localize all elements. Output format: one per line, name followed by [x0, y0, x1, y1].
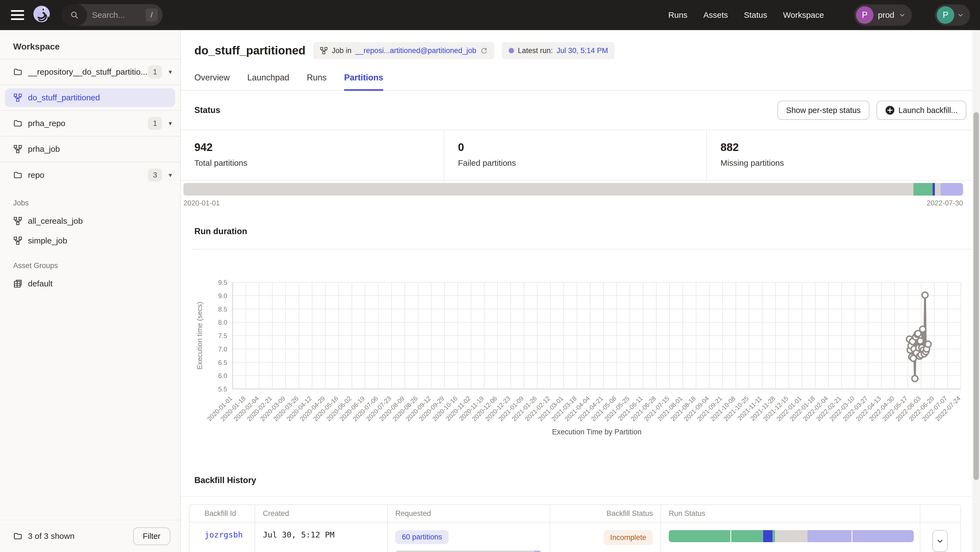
scrollbar-thumb[interactable] — [974, 112, 979, 480]
col-actions — [920, 505, 960, 522]
nav-runs[interactable]: Runs — [668, 10, 687, 20]
sidebar-item-label: __repository__do_stuff_partitio... — [28, 67, 147, 76]
sidebar-item-label: prha_job — [28, 144, 60, 154]
sidebar-item-repository[interactable]: __repository__do_stuff_partitio... 1 ▾ — [0, 59, 180, 85]
asset-groups-section-label: Asset Groups — [0, 251, 180, 274]
partition-status-bar[interactable] — [183, 183, 963, 195]
job-icon — [13, 144, 22, 154]
refresh-icon[interactable] — [480, 47, 488, 54]
shown-count: 3 of 3 shown — [28, 531, 75, 541]
plus-circle-icon — [885, 106, 894, 115]
nav-assets[interactable]: Assets — [703, 10, 728, 20]
svg-text:8.0: 8.0 — [218, 319, 227, 326]
status-heading: Status — [194, 105, 220, 115]
stat-value: 0 — [458, 141, 706, 154]
partition-end-date: 2022-07-30 — [927, 199, 963, 207]
job-tag-prefix: Job in — [332, 46, 352, 55]
table-header-row: Backfill Id Created Requested Backfill S… — [189, 505, 960, 522]
status-section-header: Status Show per-step status Launch backf… — [181, 91, 980, 120]
tab-launchpad[interactable]: Launchpad — [247, 73, 289, 91]
backfill-history-heading: Backfill History — [194, 476, 980, 485]
col-requested: Requested — [388, 505, 550, 522]
sidebar-item-label: prha_repo — [28, 119, 65, 128]
page-header: do_stuff_partitioned Job in __reposi...a… — [181, 30, 980, 59]
row-actions-cell — [920, 522, 960, 552]
nav-status[interactable]: Status — [744, 10, 767, 20]
svg-text:7.5: 7.5 — [218, 332, 227, 339]
stat-label: Total partitions — [194, 159, 444, 168]
caret-down-icon[interactable]: ▾ — [169, 171, 172, 179]
expand-row-button[interactable] — [932, 530, 948, 552]
svg-text:6.0: 6.0 — [218, 372, 227, 379]
col-backfill-status: Backfill Status — [550, 505, 661, 522]
latest-run-tag: Latest run: Jul 30, 5:14 PM — [502, 42, 614, 59]
stat-total-partitions: 942 Total partitions — [181, 130, 444, 180]
job-icon — [13, 216, 22, 226]
sidebar-item-prha-repo[interactable]: prha_repo 1 ▾ — [0, 111, 180, 136]
launch-backfill-button[interactable]: Launch backfill... — [877, 101, 966, 120]
item-count-badge: 1 — [148, 65, 162, 79]
deployment-switcher[interactable]: P prod — [854, 5, 912, 26]
tab-partitions[interactable]: Partitions — [344, 73, 383, 91]
workspace-sidebar: Workspace __repository__do_stuff_partiti… — [0, 30, 181, 552]
backfill-id-link[interactable]: jozrgsbh — [189, 522, 255, 552]
run-duration-chart-container: 5.56.06.57.07.58.08.59.09.52020-01-01202… — [186, 249, 980, 458]
nav-workspace[interactable]: Workspace — [783, 10, 824, 20]
partition-stats: 942 Total partitions 0 Failed partitions… — [181, 130, 980, 181]
stat-missing-partitions: 882 Missing partitions — [707, 130, 980, 180]
deployment-name: prod — [878, 10, 894, 20]
latest-run-link[interactable]: Jul 30, 5:14 PM — [557, 46, 608, 55]
svg-text:9.5: 9.5 — [218, 279, 227, 286]
svg-text:6.5: 6.5 — [218, 359, 227, 366]
deployment-avatar: P — [856, 6, 873, 24]
partition-start-date: 2020-01-01 — [183, 199, 220, 207]
vertical-scrollbar[interactable] — [972, 30, 980, 552]
svg-text:7.0: 7.0 — [218, 346, 227, 353]
col-backfill-id: Backfill Id — [189, 505, 255, 522]
col-created: Created — [255, 505, 388, 522]
requested-partitions-badge[interactable]: 60 partitions — [395, 530, 449, 544]
show-per-step-status-button[interactable]: Show per-step status — [778, 101, 869, 120]
sidebar-item-do-stuff-partitioned[interactable]: do_stuff_partitioned — [5, 88, 175, 107]
tab-runs[interactable]: Runs — [307, 73, 326, 91]
svg-text:8.5: 8.5 — [218, 306, 227, 313]
sidebar-footer: 3 of 3 shown Filter — [0, 520, 180, 552]
run-status-bar[interactable] — [669, 530, 914, 542]
search-shortcut-key: / — [146, 8, 158, 22]
run-status-cell — [661, 522, 920, 552]
divider — [181, 496, 980, 497]
table-row: jozrgsbh Jul 30, 5:12 PM 60 partitions 2… — [189, 522, 960, 552]
sidebar-item-label: all_cereals_job — [28, 216, 83, 226]
sidebar-title: Workspace — [0, 30, 180, 59]
backfill-history-table: Backfill Id Created Requested Backfill S… — [189, 504, 961, 552]
backfill-requested-cell: 60 partitions 2020-01-01 2022-07-30 — [388, 522, 550, 552]
folder-icon — [13, 119, 22, 128]
job-icon — [13, 236, 22, 245]
main-content: do_stuff_partitioned Job in __reposi...a… — [181, 30, 980, 552]
sidebar-item-all-cereals-job[interactable]: all_cereals_job — [0, 211, 180, 231]
caret-down-icon[interactable]: ▾ — [169, 68, 172, 76]
tab-overview[interactable]: Overview — [194, 73, 230, 91]
job-icon — [320, 46, 328, 55]
svg-text:9.0: 9.0 — [218, 292, 227, 300]
run-duration-chart: 5.56.06.57.07.58.08.59.09.52020-01-01202… — [186, 249, 975, 457]
job-tag: Job in __reposi...artitioned@partitioned… — [313, 42, 495, 59]
caret-down-icon[interactable]: ▾ — [169, 119, 172, 127]
filter-button[interactable]: Filter — [133, 527, 170, 545]
dagster-logo-icon[interactable] — [32, 5, 52, 25]
search-icon — [62, 4, 87, 26]
status-badge: Incomplete — [604, 530, 653, 545]
job-tag-link[interactable]: __reposi...artitioned@partitioned_job — [355, 46, 476, 55]
item-count-badge: 1 — [148, 117, 162, 130]
stat-failed-partitions: 0 Failed partitions — [444, 130, 707, 180]
item-count-badge: 3 — [148, 168, 162, 182]
hamburger-menu-icon[interactable] — [11, 10, 24, 20]
sidebar-item-repo[interactable]: repo 3 ▾ — [0, 162, 180, 188]
search-input[interactable] — [87, 10, 146, 20]
chevron-down-icon — [936, 537, 944, 545]
sidebar-item-default-group[interactable]: default — [0, 274, 180, 293]
sidebar-item-prha-job[interactable]: prha_job — [0, 136, 180, 162]
user-menu[interactable]: P — [935, 5, 970, 26]
top-nav: Runs Assets Status Workspace P prod P — [668, 5, 980, 26]
sidebar-item-simple-job[interactable]: simple_job — [0, 231, 180, 251]
